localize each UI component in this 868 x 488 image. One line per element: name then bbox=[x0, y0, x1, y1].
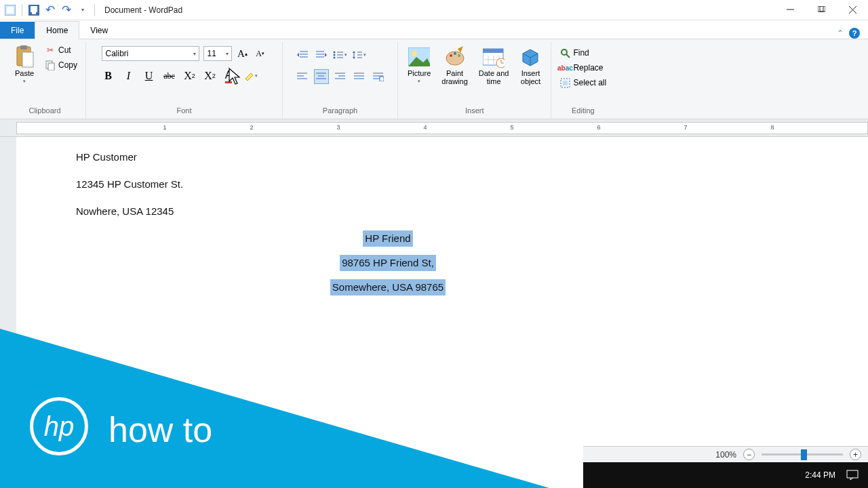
redo-icon[interactable]: ↷ bbox=[59, 3, 74, 18]
document-page[interactable]: HP Customer 12345 HP Customer St. Nowher… bbox=[16, 137, 868, 488]
align-right-icon[interactable] bbox=[333, 69, 348, 84]
grow-font-icon[interactable]: A▴ bbox=[236, 47, 250, 60]
cut-button[interactable]: ✂Cut bbox=[42, 43, 80, 57]
copy-icon bbox=[45, 60, 56, 70]
document-area: HP Customer 12345 HP Customer St. Nowher… bbox=[0, 137, 868, 488]
bullets-icon[interactable]: ▾ bbox=[333, 47, 348, 62]
sender-line: Nowhere, USA 12345 bbox=[76, 203, 868, 220]
replace-button[interactable]: abacReplace bbox=[557, 61, 609, 75]
superscript-icon[interactable]: X2 bbox=[203, 69, 217, 83]
svg-rect-14 bbox=[48, 63, 54, 70]
tab-file[interactable]: File bbox=[0, 22, 35, 39]
increase-indent-icon[interactable] bbox=[314, 47, 329, 62]
qat-customize-icon[interactable]: ▾ bbox=[75, 3, 90, 18]
line-spacing-icon[interactable]: ▾ bbox=[352, 47, 367, 62]
svg-rect-3 bbox=[31, 6, 37, 12]
svg-rect-12 bbox=[22, 52, 33, 67]
svg-rect-1 bbox=[7, 7, 14, 14]
recipient-line: HP Friend bbox=[363, 230, 412, 247]
picture-button[interactable]: Picture▾ bbox=[403, 43, 435, 87]
italic-icon[interactable]: I bbox=[122, 69, 136, 83]
paint-icon bbox=[444, 46, 466, 68]
replace-icon: abac bbox=[559, 62, 570, 73]
align-left-icon[interactable] bbox=[295, 69, 310, 84]
paste-button[interactable]: Paste ▾ bbox=[9, 43, 39, 87]
find-button[interactable]: Find bbox=[557, 46, 609, 60]
zoom-slider-handle[interactable] bbox=[801, 449, 807, 460]
highlight-icon[interactable]: ▾ bbox=[244, 69, 258, 83]
save-icon[interactable] bbox=[26, 3, 41, 18]
help-icon[interactable]: ? bbox=[849, 28, 860, 39]
font-color-icon[interactable]: A▾ bbox=[224, 69, 237, 83]
recipient-block: HP Friend 98765 HP Friend St, Somewhere,… bbox=[76, 230, 700, 304]
select-all-button[interactable]: Select all bbox=[557, 76, 609, 89]
object-icon bbox=[519, 46, 541, 68]
svg-rect-54 bbox=[483, 49, 503, 53]
sender-line: HP Customer bbox=[76, 149, 868, 165]
svg-rect-66 bbox=[563, 81, 568, 85]
svg-rect-11 bbox=[20, 45, 27, 49]
group-clipboard: Paste ▾ ✂Cut Copy Clipboard bbox=[4, 42, 86, 119]
cut-icon: ✂ bbox=[45, 45, 56, 56]
svg-rect-46 bbox=[380, 77, 384, 81]
bold-icon[interactable]: B bbox=[102, 69, 115, 83]
undo-icon[interactable]: ↶ bbox=[43, 3, 58, 18]
date-time-button[interactable]: Date and time bbox=[475, 43, 513, 88]
svg-point-23 bbox=[334, 57, 336, 59]
recipient-line: 98765 HP Friend St, bbox=[340, 255, 436, 271]
paste-label: Paste bbox=[15, 69, 34, 77]
tab-home[interactable]: Home bbox=[35, 21, 79, 39]
svg-point-63 bbox=[561, 49, 567, 55]
group-label-paragraph: Paragraph bbox=[323, 104, 357, 117]
maximize-button[interactable] bbox=[806, 0, 837, 20]
svg-line-64 bbox=[566, 54, 570, 58]
find-icon bbox=[559, 47, 570, 58]
tab-view[interactable]: View bbox=[79, 22, 119, 39]
justify-icon[interactable] bbox=[352, 69, 367, 84]
recipient-line: Somewhere, USA 98765 bbox=[330, 279, 446, 296]
paint-drawing-button[interactable]: Paint drawing bbox=[437, 43, 472, 88]
taskbar: 2:44 PM bbox=[583, 462, 868, 488]
ribbon-tabs: File Home View ⌃ ? bbox=[0, 20, 868, 39]
group-font: Calibri▾ 11▾ A▴ A▾ B I U abc X2 X2 A▾ ▾ … bbox=[86, 42, 283, 119]
shrink-font-icon[interactable]: A▾ bbox=[254, 47, 267, 60]
ruler-area: 1 2 3 4 5 6 7 8 bbox=[0, 119, 868, 137]
strike-icon[interactable]: abc bbox=[163, 69, 176, 83]
decrease-indent-icon[interactable] bbox=[295, 47, 310, 62]
quick-access-toolbar: ↶ ↷ ▾ bbox=[0, 3, 100, 18]
picture-icon bbox=[408, 46, 430, 68]
copy-button[interactable]: Copy bbox=[42, 58, 80, 72]
paste-icon bbox=[14, 46, 35, 68]
close-button[interactable] bbox=[837, 0, 868, 20]
group-label-editing: Editing bbox=[572, 104, 595, 117]
zoom-out-button[interactable]: − bbox=[743, 449, 755, 460]
insert-object-button[interactable]: Insert object bbox=[515, 43, 545, 88]
ruler[interactable]: 1 2 3 4 5 6 7 8 bbox=[16, 122, 868, 134]
status-bar: 100% − + bbox=[583, 446, 868, 462]
svg-point-48 bbox=[412, 51, 417, 56]
subscript-icon[interactable]: X2 bbox=[183, 69, 197, 83]
svg-rect-7 bbox=[820, 6, 825, 12]
ribbon: Paste ▾ ✂Cut Copy Clipboard Calibri▾ 11▾… bbox=[0, 39, 868, 119]
group-label-clipboard: Clipboard bbox=[28, 104, 60, 117]
notification-icon[interactable] bbox=[846, 470, 859, 481]
ribbon-collapse-icon[interactable]: ⌃ bbox=[837, 28, 844, 38]
calendar-icon bbox=[483, 46, 505, 68]
zoom-in-button[interactable]: + bbox=[850, 449, 861, 460]
font-size-select[interactable]: 11▾ bbox=[203, 46, 232, 61]
underline-icon[interactable]: U bbox=[142, 69, 156, 83]
group-insert: Picture▾ Paint drawing Date and time Ins… bbox=[398, 42, 551, 119]
zoom-slider[interactable] bbox=[762, 453, 843, 455]
svg-point-50 bbox=[450, 54, 452, 57]
minimize-button[interactable] bbox=[774, 0, 806, 20]
font-name-select[interactable]: Calibri▾ bbox=[102, 46, 199, 61]
svg-point-52 bbox=[458, 54, 460, 57]
group-editing: Find abacReplace Select all Editing bbox=[551, 42, 614, 119]
svg-point-21 bbox=[334, 52, 336, 54]
select-all-icon bbox=[559, 77, 570, 88]
sender-line: 12345 HP Customer St. bbox=[76, 176, 868, 192]
align-center-icon[interactable] bbox=[314, 69, 329, 84]
group-paragraph: ▾ ▾ Paragraph bbox=[283, 42, 398, 119]
paragraph-dialog-icon[interactable] bbox=[371, 69, 386, 84]
sender-block: HP Customer 12345 HP Customer St. Nowher… bbox=[76, 149, 868, 220]
